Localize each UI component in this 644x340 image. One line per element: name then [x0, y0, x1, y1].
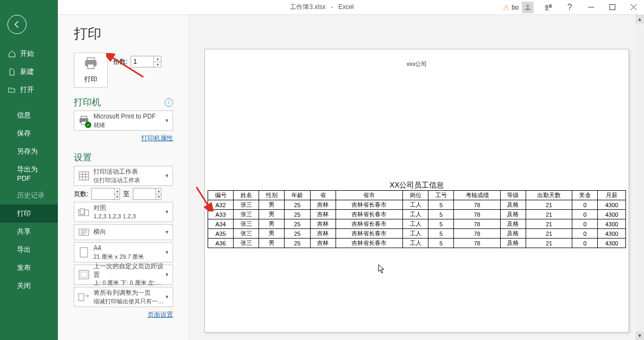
svg-rect-25 — [80, 248, 88, 257]
maximize-button[interactable] — [602, 0, 623, 15]
table-header: 奖金 — [572, 191, 598, 200]
table-header: 年龄 — [285, 191, 310, 200]
chevron-down-icon: ▼ — [165, 250, 169, 255]
sidebar-item-close[interactable]: 关闭 — [0, 277, 58, 295]
table-header: 考核成绩 — [454, 191, 500, 200]
share-button[interactable] — [538, 0, 559, 15]
table-row: A34张三男25吉林吉林省长春市工人578及格2104300 — [208, 219, 626, 229]
print-settings-panel: 打印 打印 份数: ▲▼ 打印机 i — [58, 15, 190, 340]
backstage-sidebar: 开始 新建 打开 信息 保存 另存为 导出为PDF 历史记录 打印 共享 导出 … — [0, 0, 58, 340]
collate-dropdown[interactable]: 对照1,2,3 1,2,3 1,2,3 ▼ — [74, 202, 173, 222]
table-header: 等级 — [500, 191, 526, 200]
table-row: A35张三男25吉林吉林省长春市工人578及格2104300 — [208, 229, 626, 239]
sidebar-item-exportpdf[interactable]: 导出为PDF — [0, 160, 58, 186]
close-button[interactable] — [623, 0, 644, 15]
pages-label: 页数: — [74, 190, 88, 199]
sidebar-item-save[interactable]: 保存 — [0, 124, 58, 142]
sidebar-item-label: 开始 — [20, 49, 34, 58]
page-setup-link[interactable]: 页面设置 — [148, 311, 173, 318]
print-preview: ▲ ▼ xxx公司 XX公司员工信息 编号姓名性别年龄省省市岗位工号考核成绩等级… — [190, 15, 644, 340]
back-button[interactable] — [7, 15, 27, 34]
svg-point-9 — [94, 62, 96, 63]
table-header: 岗位 — [403, 191, 428, 200]
scroll-down-button[interactable]: ▼ — [636, 332, 644, 340]
chevron-down-icon: ▼ — [165, 209, 169, 215]
spinner-up[interactable]: ▲ — [154, 56, 161, 62]
table-caption: XX公司员工信息 — [208, 181, 626, 190]
chevron-down-icon: ▼ — [165, 173, 169, 178]
print-button[interactable]: 打印 — [74, 53, 108, 88]
chevron-down-icon: ▼ — [165, 118, 169, 123]
table-header: 省市 — [336, 191, 403, 200]
svg-rect-20 — [84, 210, 89, 216]
table-row: A36张三男25吉林吉林省长春市工人578及格2104300 — [208, 239, 626, 248]
info-icon[interactable]: i — [165, 98, 173, 107]
pages-from-spinner[interactable]: ▲▼ — [91, 188, 120, 200]
svg-rect-8 — [88, 64, 94, 69]
svg-rect-27 — [81, 272, 87, 277]
pages-to-input[interactable] — [133, 189, 156, 199]
sidebar-item-export[interactable]: 导出 — [0, 241, 58, 259]
printer-section-title: 打印机 — [74, 96, 101, 108]
settings-section-title: 设置 — [74, 151, 92, 164]
sidebar-item-label: 新建 — [20, 67, 34, 76]
table-header: 姓名 — [234, 191, 259, 200]
scroll-up-button[interactable]: ▲ — [636, 15, 644, 23]
table-header: 月薪 — [598, 191, 626, 200]
preview-scrollbar[interactable]: ▲ ▼ — [636, 15, 644, 340]
table-header: 省 — [310, 191, 336, 200]
sidebar-item-saveas[interactable]: 另存为 — [0, 142, 58, 160]
copies-input[interactable] — [131, 56, 153, 67]
sidebar-item-print[interactable]: 打印 — [0, 205, 58, 223]
print-button-label: 打印 — [84, 75, 97, 84]
pages-to-spinner[interactable]: ▲▼ — [133, 188, 161, 200]
sheet-icon — [78, 169, 90, 182]
sidebar-item-new[interactable]: 新建 — [0, 63, 58, 81]
svg-point-1 — [549, 4, 551, 6]
orientation-dropdown[interactable]: 横向 ▼ — [74, 224, 173, 240]
table-header: 出勤天数 — [526, 191, 572, 200]
warning-icon: ⚠ — [503, 3, 510, 12]
filename: 工作簿3.xlsx — [290, 3, 325, 11]
printer-dropdown[interactable]: ✓ Microsoft Print to PDF 就绪 ▼ — [74, 110, 173, 131]
svg-rect-19 — [80, 209, 84, 215]
print-scope-dropdown[interactable]: 打印活动工作表仅打印活动工作表 ▼ — [74, 166, 173, 186]
sidebar-item-label: 打开 — [20, 85, 34, 95]
svg-rect-13 — [79, 172, 89, 180]
new-icon — [7, 67, 16, 76]
preview-page: xxx公司 XX公司员工信息 编号姓名性别年龄省省市岗位工号考核成绩等级出勤天数… — [204, 49, 629, 333]
open-icon — [7, 86, 16, 94]
paper-size-dropdown[interactable]: A421 厘米 x 29.7 厘米 ▼ — [74, 242, 173, 262]
copies-spinner[interactable]: ▲▼ — [131, 56, 161, 67]
sidebar-item-open[interactable]: 打开 — [0, 81, 58, 99]
home-icon — [7, 49, 16, 58]
window-title: 工作簿3.xlsx - Excel — [290, 3, 354, 12]
sidebar-item-share[interactable]: 共享 — [0, 223, 58, 241]
avatar[interactable] — [522, 2, 534, 13]
svg-rect-6 — [87, 57, 95, 60]
sidebar-item-home[interactable]: 开始 — [0, 45, 58, 63]
pages-from-input[interactable] — [92, 189, 114, 199]
scaling-icon — [78, 291, 90, 303]
scaling-dropdown[interactable]: 将所有列调整为一页缩减打印输出使其只有一… ▼ — [74, 287, 173, 307]
employee-table: XX公司员工信息 编号姓名性别年龄省省市岗位工号考核成绩等级出勤天数奖金月薪 A… — [208, 181, 626, 248]
help-button[interactable]: ? — [559, 0, 580, 15]
printer-icon — [83, 57, 98, 73]
table-header: 性别 — [259, 191, 285, 200]
sidebar-item-info[interactable]: 信息 — [0, 106, 58, 124]
minimize-button[interactable] — [580, 0, 602, 15]
title-bar: 工作簿3.xlsx - Excel ⚠ bo ? — [0, 0, 644, 15]
printer-properties-link[interactable]: 打印机属性 — [141, 134, 173, 142]
main-area: 打印 打印 份数: ▲▼ 打印机 i — [58, 15, 644, 340]
chevron-down-icon: ▼ — [165, 294, 169, 300]
table-header: 编号 — [208, 191, 234, 200]
spinner-down[interactable]: ▼ — [154, 62, 161, 67]
sidebar-item-publish[interactable]: 发布 — [0, 259, 58, 277]
sidebar-item-history: 历史记录 — [0, 186, 58, 205]
svg-point-0 — [546, 5, 548, 8]
margins-icon — [78, 268, 90, 281]
paper-icon — [78, 246, 90, 259]
margins-dropdown[interactable]: 上一次的自定义页边距设置上: 0 厘米 下: 0 厘米 左:… ▼ — [74, 265, 173, 285]
table-row: A33张三男25吉林吉林省长春市工人578及格2104300 — [208, 210, 626, 219]
page-header: xxx公司 — [205, 49, 629, 68]
